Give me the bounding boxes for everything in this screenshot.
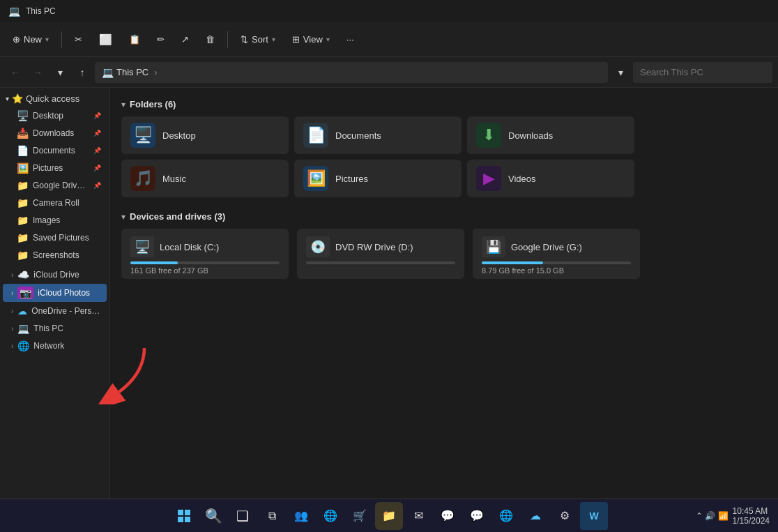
- folder-downloads[interactable]: ⬇ Downloads: [467, 116, 634, 154]
- word-button[interactable]: W: [580, 502, 608, 530]
- mail-button[interactable]: ✉: [404, 502, 432, 530]
- paste-button[interactable]: 📋: [122, 30, 147, 49]
- sidebar-item-icloud-photos[interactable]: › 📷 iCloud Photos: [3, 284, 107, 302]
- address-expand-button[interactable]: ▾: [611, 63, 630, 82]
- sort-icon: ⇅: [241, 34, 248, 45]
- new-button[interactable]: ⊕ New ▾: [6, 30, 56, 49]
- task-view-button[interactable]: ❑: [229, 502, 257, 530]
- sidebar-item-desktop[interactable]: 🖥️ Desktop 📌: [3, 107, 107, 124]
- sidebar-item-label: This PC: [33, 324, 63, 333]
- expand-nav-button[interactable]: ▾: [50, 63, 70, 82]
- rename-icon: ✏: [157, 34, 165, 45]
- drive-g-info: Google Drive (G:): [511, 242, 631, 252]
- icloud-photos-icon: 📷: [17, 287, 33, 299]
- forward-button[interactable]: →: [28, 63, 47, 82]
- folder-name-downloads: Downloads: [508, 130, 553, 141]
- icloud-button[interactable]: ☁: [521, 502, 549, 530]
- view-icon: ⊞: [292, 34, 300, 45]
- chrome-button[interactable]: 🌐: [492, 502, 520, 530]
- start-button[interactable]: [170, 502, 198, 530]
- sidebar-item-label: iCloud Photos: [38, 288, 90, 298]
- search-input[interactable]: [633, 62, 772, 83]
- more-icon: ···: [346, 34, 354, 45]
- taskbar-right: ⌃ 🔊 📶 10:45 AM1/15/2024: [696, 506, 770, 526]
- folder-pictures[interactable]: 🖼️ Pictures: [294, 160, 462, 197]
- pin-icon: 📌: [93, 165, 101, 172]
- up-button[interactable]: ↑: [73, 63, 92, 82]
- sidebar-item-label: Downloads: [33, 128, 89, 138]
- path-label: This PC: [116, 67, 148, 77]
- drives-grid: 🖥️ Local Disk (C:) 161 GB free of 237 GB: [121, 229, 767, 279]
- folder-name-desktop: Desktop: [162, 130, 196, 141]
- star-icon: ⭐: [12, 93, 23, 104]
- chevron-right-icon: ›: [11, 325, 13, 333]
- folders-toggle[interactable]: ▾: [121, 100, 125, 109]
- sidebar-item-camera-roll[interactable]: 📁 Camera Roll: [3, 195, 107, 211]
- widgets-button[interactable]: ⧉: [258, 502, 286, 530]
- copy-button[interactable]: ⬜: [92, 29, 119, 50]
- sidebar-item-downloads[interactable]: 📥 Downloads 📌: [3, 125, 107, 142]
- sidebar-item-images[interactable]: 📁 Images: [3, 212, 107, 229]
- drive-d-info: DVD RW Drive (D:): [335, 242, 455, 252]
- folder-icon-videos: ▶: [476, 166, 501, 191]
- store-button[interactable]: 🛒: [346, 502, 374, 530]
- title-bar-icon: 💻: [8, 6, 20, 17]
- folder-name-documents: Documents: [335, 130, 381, 141]
- title-bar: 💻 This PC: [0, 0, 778, 22]
- address-path[interactable]: 💻 This PC ›: [95, 62, 608, 83]
- search-button[interactable]: 🔍: [199, 502, 227, 530]
- more-button[interactable]: ···: [340, 30, 361, 49]
- drive-c-name: Local Disk (C:): [160, 242, 280, 252]
- folder-music[interactable]: 🎵 Music: [121, 160, 289, 197]
- drive-d-icon: 💿: [306, 236, 330, 257]
- sort-label: Sort: [252, 34, 268, 45]
- sidebar-item-quick-access[interactable]: ▾ ⭐ Quick access: [0, 91, 109, 107]
- share-button[interactable]: ↗: [174, 30, 196, 49]
- folders-grid: 🖥️ Desktop 📄 Documents ⬇ Downloads: [121, 116, 767, 197]
- folders-title: Folders (6): [130, 99, 176, 109]
- edge-button[interactable]: 🌐: [316, 502, 344, 530]
- teams-button[interactable]: 👥: [287, 502, 315, 530]
- settings-button[interactable]: ⚙: [551, 502, 579, 530]
- system-tray[interactable]: ⌃ 🔊 📶: [696, 511, 729, 521]
- drive-g-name: Google Drive (G:): [511, 242, 631, 252]
- separator-2: [227, 31, 228, 48]
- back-button[interactable]: ←: [6, 63, 25, 82]
- taskbar: 🔍 ❑ ⧉ 👥 🌐 🛒 📁 ✉ 💬 💬 🌐 ☁ ⚙ W ⌃ 🔊 📶 10:45 …: [0, 499, 778, 532]
- pin-icon: 📌: [93, 112, 101, 119]
- svg-rect-1: [185, 510, 190, 515]
- sidebar-item-label: Documents: [33, 146, 89, 155]
- sidebar-item-google-drive[interactable]: 📁 Google Drive (G: 📌: [3, 177, 107, 194]
- sidebar-item-saved-pictures[interactable]: 📁 Saved Pictures: [3, 229, 107, 246]
- drive-local-disk[interactable]: 🖥️ Local Disk (C:) 161 GB free of 237 GB: [121, 229, 289, 279]
- documents-icon: 📄: [17, 145, 29, 156]
- sidebar-item-this-pc[interactable]: › 💻 This PC: [3, 320, 107, 337]
- messages-button[interactable]: 💬: [463, 502, 491, 530]
- drive-g-header: 💾 Google Drive (G:): [482, 236, 631, 257]
- sidebar-item-documents[interactable]: 📄 Documents 📌: [3, 142, 107, 159]
- drive-c-fill: [130, 261, 178, 264]
- drive-dvd[interactable]: 💿 DVD RW Drive (D:): [297, 229, 464, 279]
- drive-d-name: DVD RW Drive (D:): [335, 242, 455, 252]
- rename-button[interactable]: ✏: [150, 30, 171, 49]
- quick-access-label: Quick access: [26, 93, 79, 104]
- skype-button[interactable]: 💬: [434, 502, 462, 530]
- file-explorer-button[interactable]: 📁: [375, 502, 403, 530]
- sidebar-item-onedrive[interactable]: › ☁ OneDrive - Pers…: [3, 303, 107, 319]
- folder-videos[interactable]: ▶ Videos: [467, 160, 634, 197]
- delete-button[interactable]: 🗑: [199, 30, 222, 49]
- sidebar-item-network[interactable]: › 🌐 Network: [3, 337, 107, 354]
- sort-button[interactable]: ⇅ Sort ▾: [234, 30, 282, 49]
- sidebar-item-pictures[interactable]: 🖼️ Pictures 📌: [3, 160, 107, 176]
- onedrive-icon: ☁: [17, 305, 27, 317]
- cut-button[interactable]: ✂: [68, 30, 89, 49]
- folder-desktop[interactable]: 🖥️ Desktop: [121, 116, 289, 154]
- view-button[interactable]: ⊞ View ▾: [285, 30, 337, 49]
- path-icon: 💻: [102, 67, 114, 78]
- folder-documents[interactable]: 📄 Documents: [294, 116, 462, 154]
- drive-google[interactable]: 💾 Google Drive (G:) 8.79 GB free of 15.0…: [473, 229, 640, 279]
- sidebar-item-icloud-drive[interactable]: › ☁️ iCloud Drive: [3, 266, 107, 283]
- drives-toggle[interactable]: ▾: [121, 212, 125, 222]
- view-label: View: [303, 34, 323, 45]
- sidebar-item-screenshots[interactable]: 📁 Screenshots: [3, 247, 107, 264]
